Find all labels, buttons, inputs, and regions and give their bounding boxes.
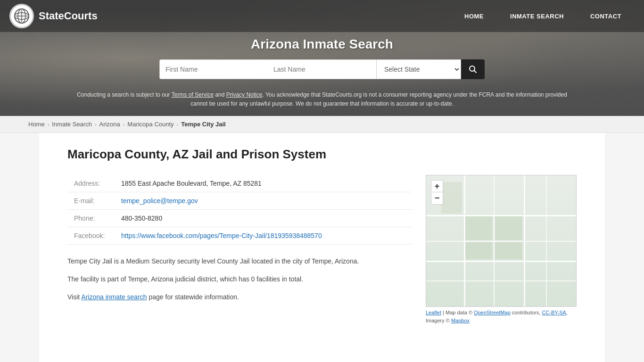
map-attribution: Leaflet | Map data © OpenStreetMap contr… xyxy=(426,309,577,324)
facebook-value: https://www.facebook.com/pages/Tempe-Cit… xyxy=(115,227,412,245)
search-icon xyxy=(469,65,477,74)
breadcrumb-county[interactable]: Maricopa County xyxy=(127,121,173,128)
table-row-phone: Phone: 480-350-8280 xyxy=(67,210,412,227)
terms-link[interactable]: Terms of Service xyxy=(172,91,214,98)
state-select[interactable]: Select State Select State Alabama Alaska… xyxy=(376,59,461,79)
breadcrumb-home[interactable]: Home xyxy=(28,121,45,128)
facebook-link[interactable]: https://www.facebook.com/pages/Tempe-Cit… xyxy=(121,232,322,239)
map-controls: + − xyxy=(431,180,443,205)
desc-para-3: Visit Arizona inmate search page for sta… xyxy=(67,292,412,303)
breadcrumb-sep-1: › xyxy=(48,122,50,127)
nav-contact[interactable]: CONTACT xyxy=(577,9,635,24)
map-container[interactable]: + − xyxy=(426,175,577,307)
email-link[interactable]: tempe_police@tempe.gov xyxy=(121,197,198,205)
breadcrumb-sep-3: › xyxy=(123,122,125,127)
breadcrumb-state[interactable]: Arizona xyxy=(99,121,120,128)
last-name-input[interactable] xyxy=(268,59,376,79)
az-inmate-search-link[interactable]: Arizona inmate search xyxy=(81,293,147,301)
disclaimer-text: Conducting a search is subject to our Te… xyxy=(67,86,577,116)
map-zoom-in[interactable]: + xyxy=(431,180,443,192)
breadcrumb-inmate-search[interactable]: Inmate Search xyxy=(52,121,92,128)
desc-para-2: The facility is part of Tempe, Arizona j… xyxy=(67,274,412,285)
header-content: Arizona Inmate Search Select State Selec… xyxy=(0,32,644,116)
nav-inmate-search[interactable]: INMATE SEARCH xyxy=(497,9,577,24)
breadcrumb-sep-2: › xyxy=(95,122,97,127)
svg-line-6 xyxy=(474,71,477,73)
header-title: Arizona Inmate Search xyxy=(9,37,635,52)
main-nav: StateCourts HOME INMATE SEARCH CONTACT xyxy=(0,0,644,32)
mapbox-link[interactable]: Mapbox xyxy=(451,318,470,323)
email-value: tempe_police@tempe.gov xyxy=(115,192,412,210)
info-section: Address: 1855 East Apache Boulevard, Tem… xyxy=(67,175,412,324)
content-layout: Address: 1855 East Apache Boulevard, Tem… xyxy=(67,175,577,324)
leaflet-link[interactable]: Leaflet xyxy=(426,310,441,315)
map-overlay xyxy=(426,175,576,306)
phone-value: 480-350-8280 xyxy=(115,210,412,227)
breadcrumb: Home › Inmate Search › Arizona › Maricop… xyxy=(0,116,644,133)
cc-link[interactable]: CC-BY-SA xyxy=(542,310,566,315)
table-row-address: Address: 1855 East Apache Boulevard, Tem… xyxy=(67,175,412,192)
privacy-link[interactable]: Privacy Notice xyxy=(226,91,263,98)
search-form: Select State Select State Alabama Alaska… xyxy=(9,59,635,79)
first-name-input[interactable] xyxy=(159,59,268,79)
email-label: E-mail: xyxy=(67,192,115,210)
osm-link[interactable]: OpenStreetMap xyxy=(474,310,511,315)
table-row-email: E-mail: tempe_police@tempe.gov xyxy=(67,192,412,210)
facility-heading: Maricopa County, AZ Jail and Prison Syst… xyxy=(67,147,577,162)
map-section: + − Leaflet | Map data © OpenStreetMap c… xyxy=(426,175,577,324)
address-label: Address: xyxy=(67,175,115,192)
facility-description: Tempe City Jail is a Medium Security sec… xyxy=(67,256,412,303)
logo-text: StateCourts xyxy=(39,10,98,22)
address-value: 1855 East Apache Boulevard, Tempe, AZ 85… xyxy=(115,175,412,192)
logo-icon xyxy=(9,4,34,28)
phone-label: Phone: xyxy=(67,210,115,227)
desc-para-1: Tempe City Jail is a Medium Security sec… xyxy=(67,256,412,267)
facebook-label: Facebook: xyxy=(67,227,115,245)
breadcrumb-sep-4: › xyxy=(177,122,179,127)
search-button[interactable] xyxy=(461,59,485,79)
table-row-facebook: Facebook: https://www.facebook.com/pages… xyxy=(67,227,412,245)
breadcrumb-current: Tempe City Jail xyxy=(181,121,225,128)
site-header: StateCourts HOME INMATE SEARCH CONTACT A… xyxy=(0,0,644,116)
nav-links: HOME INMATE SEARCH CONTACT xyxy=(451,9,635,24)
facility-info-table: Address: 1855 East Apache Boulevard, Tem… xyxy=(67,175,412,245)
site-logo[interactable]: StateCourts xyxy=(9,4,98,28)
nav-home[interactable]: HOME xyxy=(451,9,497,24)
main-content: Maricopa County, AZ Jail and Prison Syst… xyxy=(39,133,605,362)
map-zoom-out[interactable]: − xyxy=(431,192,443,205)
